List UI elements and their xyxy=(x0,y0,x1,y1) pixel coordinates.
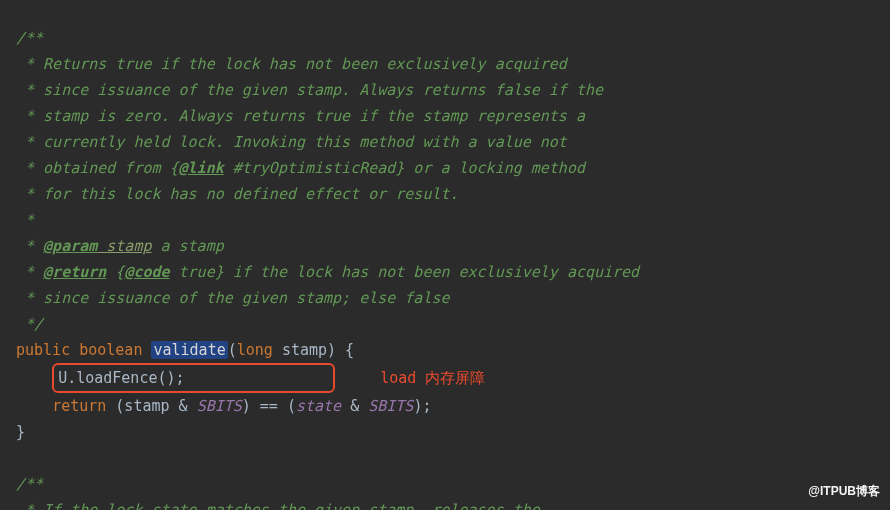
expr: (stamp & xyxy=(106,397,196,415)
field-sbits: SBITS xyxy=(197,397,242,415)
javadoc-return: * @return {@code true} if the lock has n… xyxy=(16,263,639,281)
javadoc2-line: * If the lock state matches the given st… xyxy=(16,501,540,510)
code-block: /** * Returns true if the lock has not b… xyxy=(0,0,890,510)
javadoc-line: * obtained from {@link #tryOptimisticRea… xyxy=(16,159,585,177)
javadoc-line: * for this lock has no defined effect or… xyxy=(16,185,459,203)
expr: & xyxy=(341,397,368,415)
kw-return: return xyxy=(52,397,106,415)
brace-open: { xyxy=(336,341,354,359)
javadoc-line: * since issuance of the given stamp. Alw… xyxy=(16,81,603,99)
javadoc-line: * stamp is zero. Always returns true if … xyxy=(16,107,585,125)
javadoc-line: * xyxy=(16,211,34,229)
call-loadfence: .loadFence(); xyxy=(67,369,184,387)
expr: ); xyxy=(413,397,431,415)
javadoc-close: */ xyxy=(16,315,43,333)
return-tag: @return xyxy=(43,263,106,281)
watermark: @ITPUB博客 xyxy=(808,478,880,504)
param-tag: @param xyxy=(43,237,97,255)
call-U: U xyxy=(58,369,67,387)
javadoc-open: /** xyxy=(16,29,43,47)
method-validate: validate xyxy=(151,341,227,359)
kw-public: public xyxy=(16,341,70,359)
paren-open: ( xyxy=(228,341,237,359)
expr: ) == ( xyxy=(242,397,296,415)
field-sbits-2: SBITS xyxy=(368,397,413,415)
javadoc2-open: /** xyxy=(16,475,43,493)
param-name: stamp) xyxy=(273,341,336,359)
annotation-text: load 内存屏障 xyxy=(380,369,485,387)
field-state: state xyxy=(296,397,341,415)
highlight-box: U.loadFence(); xyxy=(52,363,335,393)
kw-boolean: boolean xyxy=(79,341,142,359)
link-tag: @link xyxy=(179,159,224,177)
type-long: long xyxy=(237,341,273,359)
javadoc-line: * currently held lock. Invoking this met… xyxy=(16,133,567,151)
javadoc-line: * since issuance of the given stamp; els… xyxy=(16,289,449,307)
javadoc-param: * @param stamp a stamp xyxy=(16,237,224,255)
code-tag: @code xyxy=(124,263,169,281)
brace-close: } xyxy=(16,423,25,441)
javadoc-line: * Returns true if the lock has not been … xyxy=(16,55,567,73)
